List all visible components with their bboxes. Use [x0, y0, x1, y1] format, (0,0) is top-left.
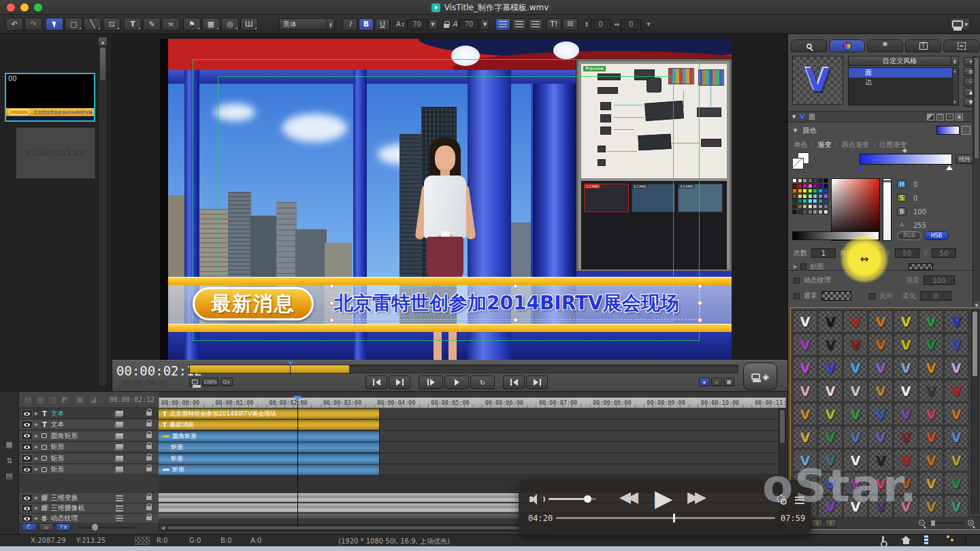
style-library-item[interactable]: V: [868, 356, 893, 379]
style-library-item[interactable]: V: [944, 472, 968, 495]
grid-button[interactable]: ▦: [723, 378, 734, 386]
style-library-item[interactable]: V: [818, 495, 843, 518]
rewind-button[interactable]: ◀◀: [619, 488, 634, 505]
palette-swatch[interactable]: [802, 194, 807, 199]
flat-mode-button[interactable]: ▭: [39, 523, 54, 531]
prev-frame-button[interactable]: [389, 375, 410, 389]
gradient-stop-right[interactable]: [946, 165, 953, 170]
color-mode-2[interactable]: 渐变: [817, 140, 831, 150]
style-library-item[interactable]: V: [818, 333, 843, 356]
style-library-item[interactable]: V: [894, 333, 918, 356]
style-library-item[interactable]: V: [944, 356, 968, 379]
library-apply-button[interactable]: ⇩: [811, 519, 823, 528]
palette-swatch[interactable]: [798, 178, 802, 183]
track-expand-arrow[interactable]: ▶: [35, 467, 38, 472]
palette-swatch[interactable]: [808, 210, 813, 214]
timeline-clip[interactable]: 矩形: [159, 454, 380, 464]
briefcase-icon[interactable]: [965, 536, 966, 544]
style-layer-item[interactable]: 边: [849, 78, 958, 87]
track-list-icon[interactable]: [116, 505, 123, 512]
palette-swatch[interactable]: [792, 210, 797, 214]
scroll-thumb[interactable]: [99, 47, 106, 81]
plug-tool-button[interactable]: Ш: [240, 18, 258, 31]
palette-swatch[interactable]: [813, 178, 817, 183]
palette-swatch[interactable]: [798, 188, 802, 193]
track-visibility-eye-icon[interactable]: [21, 432, 33, 440]
style-library-item[interactable]: V: [868, 333, 893, 356]
style-library-item[interactable]: V: [868, 495, 893, 518]
soften-field[interactable]: 0: [920, 291, 951, 301]
filmstrip-icon[interactable]: [924, 536, 928, 544]
color-mode-3[interactable]: 四点渐变: [842, 140, 869, 150]
palette-swatch[interactable]: [813, 204, 817, 209]
spacing-dropdown[interactable]: ▼: [647, 22, 650, 27]
layer-list-scrollbar[interactable]: ▲▼: [952, 68, 958, 105]
italic-button[interactable]: I: [342, 18, 357, 31]
track-list-icon[interactable]: [116, 516, 123, 522]
palette-swatch[interactable]: [818, 194, 823, 199]
palette-swatch[interactable]: [818, 210, 823, 214]
play-pause-button[interactable]: ▶: [655, 484, 672, 512]
palette-swatch[interactable]: [818, 199, 823, 203]
timeline-clip[interactable]: T北京雷特世创参加2014BIRTV展会现场: [159, 409, 380, 419]
curve-mode-button[interactable]: Ĉ:: [22, 523, 37, 531]
selection-handle[interactable]: [698, 318, 702, 322]
font-size-dropdown[interactable]: ▼: [429, 19, 438, 30]
palette-swatch[interactable]: [813, 194, 817, 199]
redo-button[interactable]: ↷: [24, 18, 42, 31]
track-visibility-eye-icon[interactable]: [21, 410, 33, 418]
expand-style-icon[interactable]: ▣: [956, 114, 963, 120]
track-layers-icon[interactable]: [116, 444, 123, 450]
track-height-slider[interactable]: [77, 527, 135, 529]
palette-swatch[interactable]: [798, 184, 802, 188]
texture-map-row[interactable]: ▶ 贴图: [788, 263, 973, 271]
rail-reorder-icon[interactable]: ⇅: [3, 456, 15, 466]
style-library-item[interactable]: V: [894, 426, 918, 448]
vertical-text-button[interactable]: 回: [563, 18, 578, 31]
style-library-item[interactable]: V: [818, 426, 843, 448]
track-layers-icon[interactable]: [116, 456, 123, 461]
text-tool-button[interactable]: T: [124, 18, 142, 31]
style-library-item[interactable]: V: [919, 333, 943, 356]
face-section-header[interactable]: ▼ V 面 ❐ − ▣: [788, 111, 973, 122]
style-library-item[interactable]: V: [793, 310, 817, 333]
track-expand-arrow[interactable]: ▶: [35, 411, 38, 416]
seek-bar[interactable]: [556, 517, 775, 519]
rail-layers-icon[interactable]: ▤: [3, 471, 15, 481]
palette-swatch[interactable]: [808, 199, 813, 203]
style-layer-item[interactable]: 面: [849, 68, 958, 78]
style-library-item[interactable]: V: [894, 449, 918, 471]
palette-swatch[interactable]: [813, 199, 817, 203]
gradient-swatch[interactable]: [936, 126, 960, 135]
track-lock-icon[interactable]: [146, 445, 152, 449]
display-mode-button[interactable]: ▼: [949, 18, 970, 31]
copy-style-icon[interactable]: ❐: [936, 114, 944, 120]
style-library-item[interactable]: V: [919, 426, 943, 448]
track-expand-arrow[interactable]: ▶: [35, 516, 38, 521]
track-visibility-eye-icon[interactable]: [21, 443, 33, 451]
invert-checkbox[interactable]: [869, 293, 875, 299]
selection-handle[interactable]: [698, 301, 702, 305]
style-library-item[interactable]: V: [793, 403, 817, 425]
x-field[interactable]: 50: [895, 248, 919, 258]
track-visibility-eye-icon[interactable]: [21, 465, 33, 473]
value-slider[interactable]: [883, 178, 892, 241]
playback-settings-button[interactable]: [776, 494, 787, 505]
tl-icon-4[interactable]: ◩: [61, 395, 68, 404]
font-size2-field[interactable]: 70: [459, 19, 479, 30]
palette-swatch[interactable]: [813, 184, 817, 188]
background-color-button[interactable]: ◆: [699, 378, 710, 386]
palette-swatch[interactable]: [823, 204, 828, 209]
line-tool-button[interactable]: ╲: [84, 18, 101, 31]
track-header[interactable]: ▶矩形: [19, 442, 159, 452]
target-tool-button[interactable]: ◎: [221, 18, 239, 31]
track-expand-arrow[interactable]: ▶: [35, 422, 38, 427]
gradient-stop-left[interactable]: [858, 165, 864, 170]
style-library-item[interactable]: V: [793, 380, 817, 402]
transform-tool-button[interactable]: ⊡: [103, 18, 120, 31]
timeline-clip[interactable]: 圆角矩形: [159, 431, 380, 441]
select-tool-button[interactable]: [46, 18, 63, 31]
safe-area-toggle-button[interactable]: [189, 378, 200, 386]
next-clip-button[interactable]: [526, 375, 548, 389]
style-library-item[interactable]: V: [868, 403, 893, 425]
